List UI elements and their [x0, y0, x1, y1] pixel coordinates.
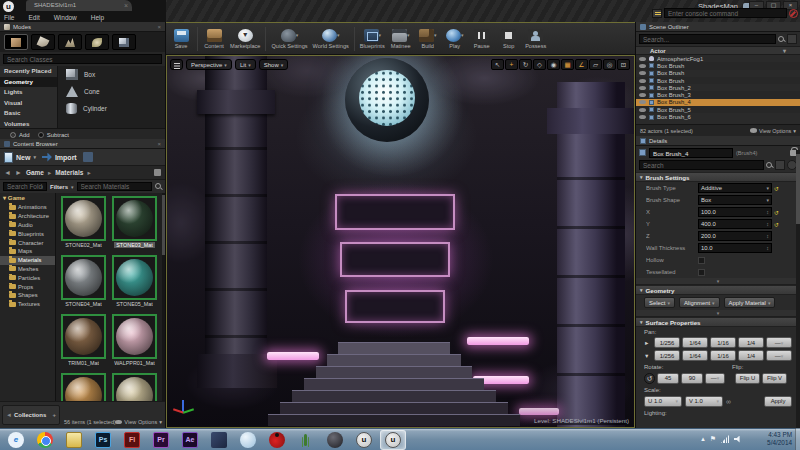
category-basic[interactable]: Basic	[0, 108, 57, 119]
stop-button[interactable]: Stop	[498, 29, 520, 49]
taskbar-app-icon[interactable]	[211, 432, 227, 448]
lock-icon[interactable]	[154, 169, 161, 176]
build-button[interactable]: ▾Build	[417, 29, 439, 49]
taskbar-orb-icon[interactable]	[327, 432, 343, 448]
rotate-tool-icon[interactable]: ↻	[519, 59, 532, 70]
show-hidden-icons[interactable]: ▴	[701, 435, 705, 443]
reset-to-default-icon[interactable]: ↺	[774, 221, 779, 228]
section-expander[interactable]: ▾	[636, 278, 800, 285]
asset-search-input[interactable]	[77, 182, 152, 191]
landscape-mode-button[interactable]	[58, 34, 82, 50]
scale-v-dropdown[interactable]: V 1.0▾	[685, 396, 723, 407]
wall-thickness-input[interactable]: 10.0↕	[698, 243, 772, 253]
x-input[interactable]: 100.0↕	[698, 207, 772, 217]
actor-row[interactable]: Box Brush_6	[636, 113, 800, 120]
asset-grid-scrollbar[interactable]	[162, 193, 165, 401]
place-mode-button[interactable]	[4, 34, 28, 50]
folder-blueprints[interactable]: Blueprints	[0, 229, 55, 238]
menu-edit[interactable]: Edit	[28, 14, 39, 21]
actor-row[interactable]: Box Brush_5	[636, 106, 800, 113]
taskbar-after-effects-icon[interactable]: Ae	[182, 432, 198, 448]
visibility-eye-icon[interactable]	[639, 100, 646, 104]
pan-button[interactable]: 1/64	[682, 337, 708, 348]
geometry-item-cone[interactable]: Cone	[58, 83, 165, 100]
translate-tool-icon[interactable]: +	[505, 59, 518, 70]
geometry-mode-button[interactable]	[112, 34, 136, 50]
asset-stone02[interactable]: STONE02_Mat	[60, 196, 107, 254]
content-button[interactable]: Content	[203, 29, 225, 49]
outliner-search-input[interactable]	[639, 34, 776, 44]
breadcrumb-materials[interactable]: Materials	[55, 169, 83, 176]
paint-mode-button[interactable]	[31, 34, 55, 50]
pan-button[interactable]: 1/16	[710, 337, 736, 348]
folder-materials[interactable]: Materials	[0, 256, 55, 265]
select-tool-icon[interactable]: ↖	[491, 59, 504, 70]
actor-row[interactable]: Box Brush_3	[636, 91, 800, 98]
menu-window[interactable]: Window	[54, 14, 77, 21]
tab-close-icon[interactable]: ×	[124, 0, 132, 11]
actor-row[interactable]: AtmosphericFog1	[636, 55, 800, 62]
brush-settings-header[interactable]: ▾Brush Settings	[636, 172, 800, 182]
grid-snap-icon[interactable]: ▦	[561, 59, 574, 70]
pan-button[interactable]: 1/4	[738, 350, 764, 361]
level-viewport[interactable]: Perspective▾ Lit▾ Show▾ ↖ + ↻ ◇ ◉ ▦ ∠ ▱ …	[166, 55, 635, 428]
import-button[interactable]: Import	[42, 153, 77, 162]
folder-game[interactable]: ▾ Game	[0, 194, 55, 203]
rotation-snap-icon[interactable]: ∠	[575, 59, 588, 70]
alignment-dropdown-button[interactable]: Alignment▾	[679, 297, 720, 308]
possess-button[interactable]: Possess	[525, 29, 547, 49]
surface-properties-header[interactable]: ▾Surface Properties	[636, 317, 800, 327]
pan-button[interactable]: 1/64	[682, 350, 708, 361]
details-scrollbar[interactable]	[796, 150, 800, 428]
search-classes-input[interactable]	[3, 54, 162, 64]
taskbar-premiere-icon[interactable]: Pr	[153, 432, 169, 448]
save-all-icon[interactable]	[83, 152, 93, 162]
category-recently-placed[interactable]: Recently Placed	[0, 66, 57, 77]
asset-partial-2[interactable]	[111, 373, 158, 401]
collections-expander[interactable]: ◄ Collections +	[2, 405, 60, 425]
asset-stone05[interactable]: STONE05_Mat	[111, 255, 158, 313]
pan-button[interactable]: 1/4	[738, 337, 764, 348]
hollow-checkbox[interactable]	[698, 257, 705, 264]
reset-to-default-icon[interactable]: ↺	[774, 185, 779, 192]
actor-row-selected[interactable]: Box Brush_4	[636, 99, 800, 106]
rotate-90-button[interactable]: 90	[681, 373, 703, 384]
asset-trim01[interactable]: TRIM01_Mat	[60, 314, 107, 372]
volume-icon[interactable]	[734, 436, 742, 443]
marketplace-button[interactable]: Marketplace	[230, 29, 260, 49]
folder-shapes[interactable]: Shapes	[0, 291, 55, 300]
category-volumes[interactable]: Volumes	[0, 119, 57, 129]
actor-row[interactable]: Box Brush	[636, 70, 800, 77]
menu-help[interactable]: Help	[91, 14, 104, 21]
reset-to-default-icon[interactable]: ↺	[774, 209, 779, 216]
folder-audio[interactable]: Audio	[0, 221, 55, 230]
visibility-eye-icon[interactable]	[639, 71, 646, 75]
show-desktop-button[interactable]	[795, 428, 800, 450]
blueprints-button[interactable]: ▾Blueprints	[360, 29, 385, 49]
show-dropdown[interactable]: Show▾	[259, 59, 289, 70]
taskbar-ladybug-icon[interactable]	[269, 432, 285, 448]
folder-meshes[interactable]: Meshes	[0, 265, 55, 274]
taskbar-chrome-icon[interactable]	[37, 432, 53, 448]
folder-textures[interactable]: Textures	[0, 300, 55, 309]
geometry-item-box[interactable]: Box	[58, 66, 165, 83]
pan-custom-dropdown[interactable]: —▾	[766, 337, 792, 348]
visibility-eye-icon[interactable]	[639, 86, 646, 90]
console-input[interactable]	[664, 8, 787, 18]
foliage-mode-button[interactable]	[85, 34, 109, 50]
visibility-eye-icon[interactable]	[639, 108, 646, 112]
taskbar-unreal-active-button[interactable]: u	[380, 430, 406, 450]
view-options-button[interactable]: View Options▾	[750, 128, 796, 134]
view-options-button[interactable]: View Options ▾	[115, 419, 162, 425]
visibility-eye-icon[interactable]	[639, 93, 646, 97]
pan-button[interactable]: 1/256	[654, 350, 680, 361]
outliner-column-header[interactable]: Actor ▾	[636, 46, 800, 55]
viewport-options-icon[interactable]	[170, 59, 183, 70]
actor-row[interactable]: Box Brush_2	[636, 84, 800, 91]
breadcrumb-game[interactable]: Game	[26, 169, 44, 176]
apply-material-dropdown-button[interactable]: Apply Material▾	[724, 297, 776, 308]
actor-row[interactable]: Box Brush	[636, 77, 800, 84]
maximize-viewport-icon[interactable]: ⊡	[617, 59, 630, 70]
modes-tab[interactable]: Modes ×	[0, 22, 165, 32]
taskbar-unreal-icon[interactable]: u	[356, 432, 372, 448]
